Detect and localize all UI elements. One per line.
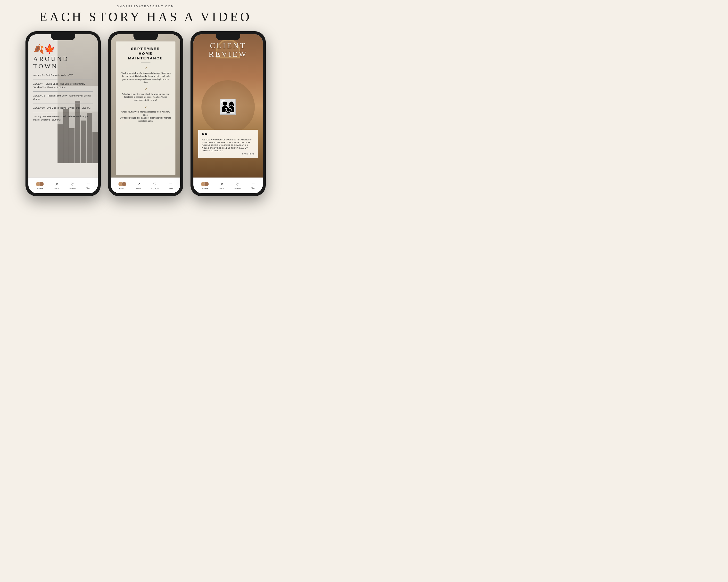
- nav-boost-3[interactable]: ↗ Boost: [219, 182, 224, 189]
- phone-2-inner: SEPTEMBER HOME MAINTENANCE ✓ Check your …: [111, 34, 180, 193]
- boost-icon-2: ↗: [137, 182, 140, 187]
- event-2: January 4 - Laugh Lines - The Crime Figh…: [33, 82, 93, 92]
- highlight-label-1: Highlight: [69, 187, 76, 189]
- client-review-title-text: CLIENT REVIEW: [193, 41, 263, 58]
- highlight-icon-3: ♡: [236, 182, 239, 187]
- check-icon-3: ✓: [120, 105, 172, 109]
- quote-mark-icon: ❝❝: [202, 133, 207, 138]
- check-icon-2: ✓: [120, 87, 172, 92]
- maintenance-item-3-text: Check your air-vent filters and replace …: [120, 110, 172, 123]
- nav-boost-2[interactable]: ↗ Boost: [136, 182, 141, 189]
- maintenance-item-1: ✓ Check your windows for leaks and damag…: [120, 66, 172, 84]
- phones-container: 🍂🍁 AROUND TOWN January 3 - First Friday …: [25, 31, 266, 196]
- maintenance-item-2: ✓ Schedule a maintenance check for your …: [120, 87, 172, 102]
- nav-more-2[interactable]: ··· More: [168, 182, 173, 189]
- quote-box: ❝❝ I'VE HAD A WONDERFUL BUSINESS RELATIO…: [198, 130, 258, 158]
- phone-3-nav: Activity ↗ Boost ♡ Highlight ··· More: [193, 177, 263, 193]
- highlight-label-3: Highlight: [234, 187, 241, 189]
- event-4-text: January 10 - Live Music Fridays - Cyrus …: [33, 106, 93, 110]
- more-icon-1: ···: [87, 182, 90, 186]
- phone-1-nav: Activity ↗ Boost ♡ Highlight ··· More: [28, 177, 98, 193]
- maintenance-divider: [141, 62, 151, 63]
- reviewer-name: NAME HERE: [202, 153, 255, 155]
- more-icon-2: ···: [170, 182, 172, 186]
- check-icon-1: ✓: [120, 66, 172, 71]
- phone-2-nav: Activity ↗ Boost ♡ Highlight ··· More: [111, 177, 180, 193]
- highlight-label-2: Highlight: [151, 187, 159, 189]
- phone-3-inner: 👨‍👩‍👧 CLIENT REVIEW ❝❝ I'VE HAD A WONDER…: [193, 34, 263, 193]
- activity-label-2: Activity: [120, 187, 126, 189]
- avatar-2: [39, 182, 44, 187]
- phone-1-notch: [51, 34, 75, 40]
- more-icon-3: ···: [252, 182, 255, 186]
- event-3: January 7-9 - Topeka Farm Show - Stormon…: [33, 94, 93, 104]
- maintenance-item-1-text: Check your windows for leaks and damage.…: [120, 72, 172, 84]
- boost-icon-1: ↗: [55, 182, 58, 187]
- maintenance-item-2-text: Schedule a maintenance check for your fu…: [120, 93, 172, 102]
- avatar-6: [204, 182, 209, 187]
- phone-3-notch: [216, 34, 240, 40]
- family-silhouette: 👨‍👩‍👧: [201, 80, 255, 134]
- phone-3-content: 👨‍👩‍👧 CLIENT REVIEW ❝❝ I'VE HAD A WONDER…: [193, 34, 263, 177]
- more-label-3: More: [251, 187, 255, 189]
- nav-boost-1[interactable]: ↗ Boost: [54, 182, 59, 189]
- activity-label-1: Activity: [37, 187, 43, 189]
- highlight-icon-1: ♡: [71, 182, 74, 187]
- boost-label-1: Boost: [54, 187, 59, 189]
- avatar-4: [122, 182, 126, 187]
- event-2-text: January 4 - Laugh Lines - The Crime Figh…: [33, 82, 93, 89]
- more-label-1: More: [86, 187, 90, 189]
- highlight-icon-2: ♡: [153, 182, 157, 187]
- boost-label-2: Boost: [136, 187, 141, 189]
- nav-more-1[interactable]: ··· More: [86, 182, 90, 189]
- website-url: SHOPELEVATEDAGENT.COM: [40, 5, 252, 8]
- leaf-icon: 🍂🍁: [33, 44, 93, 54]
- event-1-text: January 3 - First Friday Art Walk NOTO: [33, 74, 93, 77]
- phone-2: SEPTEMBER HOME MAINTENANCE ✓ Check your …: [108, 31, 183, 196]
- quote-text: I'VE HAD A WONDERFUL BUSINESS RELATIONSH…: [202, 138, 255, 152]
- event-4: January 10 - Live Music Fridays - Cyrus …: [33, 106, 93, 112]
- more-label-2: More: [168, 187, 173, 189]
- event-1: January 3 - First Friday Art Walk NOTO: [33, 74, 93, 80]
- nav-highlight-3[interactable]: ♡ Highlight: [234, 182, 241, 189]
- page-header: SHOPELEVATEDAGENT.COM EACH STORY HAS A V…: [40, 5, 252, 24]
- phone-1-content: 🍂🍁 AROUND TOWN January 3 - First Friday …: [28, 34, 98, 177]
- event-5-text: January 18 - Free Women's Self Defense W…: [33, 115, 93, 122]
- around-town-title: AROUND TOWN: [33, 55, 93, 70]
- client-review-title: CLIENT REVIEW: [193, 41, 263, 58]
- page-title: EACH STORY HAS A VIDEO: [40, 10, 252, 24]
- boost-label-3: Boost: [219, 187, 224, 189]
- nav-activity-1[interactable]: Activity: [36, 182, 44, 189]
- nav-more-3[interactable]: ··· More: [251, 182, 255, 189]
- nav-activity-2[interactable]: Activity: [118, 182, 126, 189]
- maintenance-item-3: ✓ Check your air-vent filters and replac…: [120, 105, 172, 123]
- event-3-text: January 7-9 - Topeka Farm Show - Stormon…: [33, 94, 93, 101]
- phone-2-notch: [133, 34, 158, 40]
- phone-3: 👨‍👩‍👧 CLIENT REVIEW ❝❝ I'VE HAD A WONDER…: [190, 31, 266, 196]
- phone-2-content: SEPTEMBER HOME MAINTENANCE ✓ Check your …: [111, 34, 180, 177]
- nav-highlight-2[interactable]: ♡ Highlight: [151, 182, 159, 189]
- nav-avatar-group-2: [118, 182, 126, 187]
- activity-label-3: Activity: [202, 187, 208, 189]
- nav-highlight-1[interactable]: ♡ Highlight: [69, 182, 76, 189]
- boost-icon-3: ↗: [220, 182, 223, 187]
- nav-avatar-group-3: [201, 182, 209, 187]
- nav-activity-3[interactable]: Activity: [201, 182, 209, 189]
- phone-1: 🍂🍁 AROUND TOWN January 3 - First Friday …: [25, 31, 101, 196]
- event-5: January 18 - Free Women's Self Defense W…: [33, 115, 93, 124]
- nav-avatar-group-1: [36, 182, 44, 187]
- maintenance-title: SEPTEMBER HOME MAINTENANCE: [120, 46, 172, 61]
- phone-1-inner: 🍂🍁 AROUND TOWN January 3 - First Friday …: [28, 34, 98, 193]
- maintenance-card: SEPTEMBER HOME MAINTENANCE ✓ Check your …: [116, 41, 176, 175]
- phone-1-text-area: 🍂🍁 AROUND TOWN January 3 - First Friday …: [28, 34, 98, 177]
